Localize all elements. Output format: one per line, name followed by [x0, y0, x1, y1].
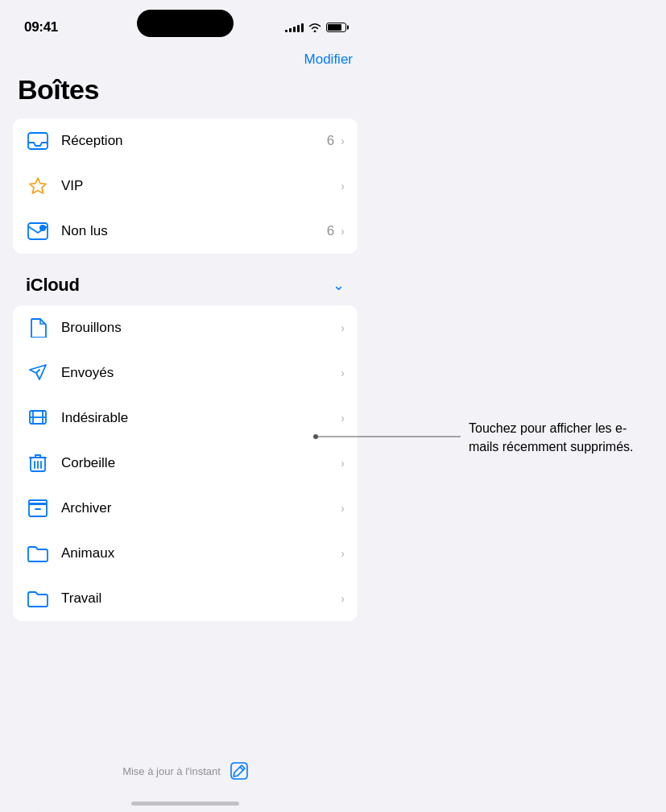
- status-icons: [285, 23, 346, 32]
- indesirable-label: Indésirable: [61, 410, 341, 426]
- list-item-animaux[interactable]: Animaux ›: [13, 531, 358, 576]
- reception-chevron: ›: [341, 135, 345, 147]
- reception-count: 6: [327, 133, 334, 149]
- svg-rect-0: [28, 133, 48, 149]
- icloud-collapse-icon[interactable]: ⌄: [333, 276, 345, 294]
- svg-point-2: [39, 225, 46, 231]
- list-item-indesirable[interactable]: Indésirable ›: [13, 396, 358, 441]
- footer: Mise à jour à l'instant: [0, 762, 370, 780]
- header: Modifier Boîtes: [0, 44, 370, 106]
- nonlus-count: 6: [327, 223, 334, 239]
- smart-mailboxes-section: Réception 6 › VIP ›: [13, 118, 358, 254]
- draft-icon: [26, 316, 50, 340]
- brouillons-chevron: ›: [341, 321, 345, 334]
- icloud-title: iCloud: [26, 275, 80, 296]
- sent-icon: [26, 361, 50, 385]
- annotation: Touchez pour afficher les e-mails récemm…: [469, 419, 642, 456]
- animaux-label: Animaux: [61, 545, 341, 561]
- trash-icon: [26, 451, 50, 475]
- dynamic-island: [137, 10, 234, 37]
- travail-label: Travail: [61, 590, 341, 607]
- reception-label: Réception: [61, 133, 327, 149]
- list-item-archiver[interactable]: Archiver ›: [13, 486, 358, 531]
- svg-rect-16: [29, 500, 47, 504]
- wifi-icon: [308, 23, 321, 32]
- annotation-arrow: [308, 412, 493, 461]
- list-item-envoyes[interactable]: Envoyés ›: [13, 350, 358, 396]
- list-item-nonlus[interactable]: Non lus 6 ›: [13, 209, 358, 254]
- icloud-header: iCloud ⌄: [13, 267, 358, 302]
- spam-icon: [26, 406, 50, 430]
- folder-travail-icon: [26, 586, 50, 611]
- list-item-vip[interactable]: VIP ›: [13, 164, 358, 209]
- svg-line-19: [240, 767, 243, 770]
- annotation-text: Touchez pour afficher les e-mails récemm…: [469, 419, 642, 456]
- travail-chevron: ›: [341, 592, 345, 605]
- vip-label: VIP: [61, 178, 334, 194]
- envoyes-label: Envoyés: [61, 365, 341, 381]
- list-item-corbeille[interactable]: Corbeille ›: [13, 441, 358, 486]
- folder-animaux-icon: [26, 541, 50, 566]
- svg-rect-15: [29, 503, 47, 516]
- vip-chevron: ›: [341, 180, 345, 193]
- archiver-chevron: ›: [341, 502, 345, 515]
- list-item-brouillons[interactable]: Brouillons ›: [13, 305, 358, 350]
- inbox-icon: [26, 129, 50, 153]
- brouillons-label: Brouillons: [61, 320, 341, 336]
- unread-icon: [26, 219, 50, 243]
- archive-icon: [26, 496, 50, 520]
- icloud-section: Brouillons › Envoyés ›: [13, 305, 358, 621]
- page-title: Boîtes: [18, 74, 353, 106]
- update-label: Mise à jour à l'instant: [122, 765, 221, 777]
- status-time: 09:41: [24, 19, 58, 35]
- corbeille-label: Corbeille: [61, 455, 341, 471]
- nonlus-label: Non lus: [61, 223, 327, 239]
- list-item-reception[interactable]: Réception 6 ›: [13, 118, 358, 164]
- animaux-chevron: ›: [341, 547, 345, 560]
- list-item-travail[interactable]: Travail ›: [13, 576, 358, 621]
- nonlus-chevron: ›: [341, 225, 345, 238]
- envoyes-chevron: ›: [341, 367, 345, 379]
- archiver-label: Archiver: [61, 500, 341, 516]
- compose-button[interactable]: [230, 762, 248, 780]
- battery-icon: [326, 23, 346, 32]
- home-indicator: [131, 802, 239, 806]
- signal-icon: [285, 23, 304, 32]
- star-icon: [26, 174, 50, 198]
- svg-point-21: [313, 434, 318, 439]
- modify-button[interactable]: Modifier: [304, 52, 353, 67]
